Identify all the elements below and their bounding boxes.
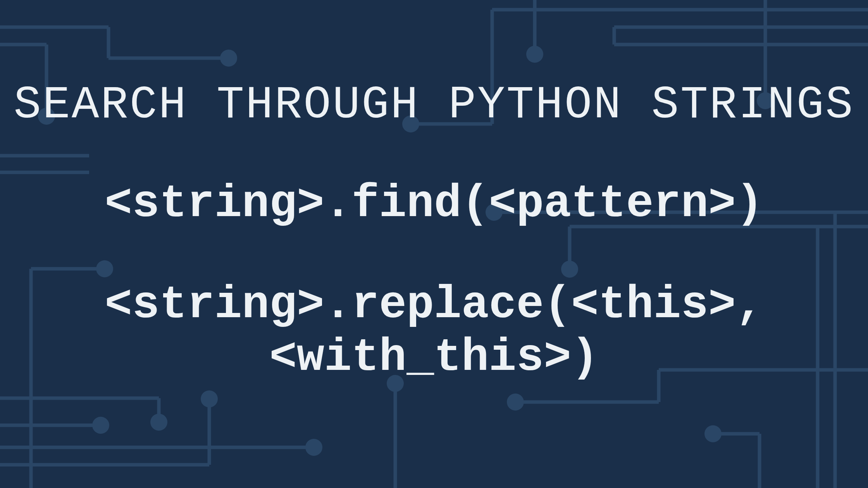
slide-title: SEARCH THROUGH PYTHON STRINGS [0, 79, 868, 131]
slide-content: SEARCH THROUGH PYTHON STRINGS <string>.f… [0, 0, 868, 488]
code-example-replace: <string>.replace(<this>, <with_this>) [0, 279, 868, 384]
code-example-find: <string>.find(<pattern>) [0, 178, 868, 230]
slide-container: SEARCH THROUGH PYTHON STRINGS <string>.f… [0, 0, 868, 488]
